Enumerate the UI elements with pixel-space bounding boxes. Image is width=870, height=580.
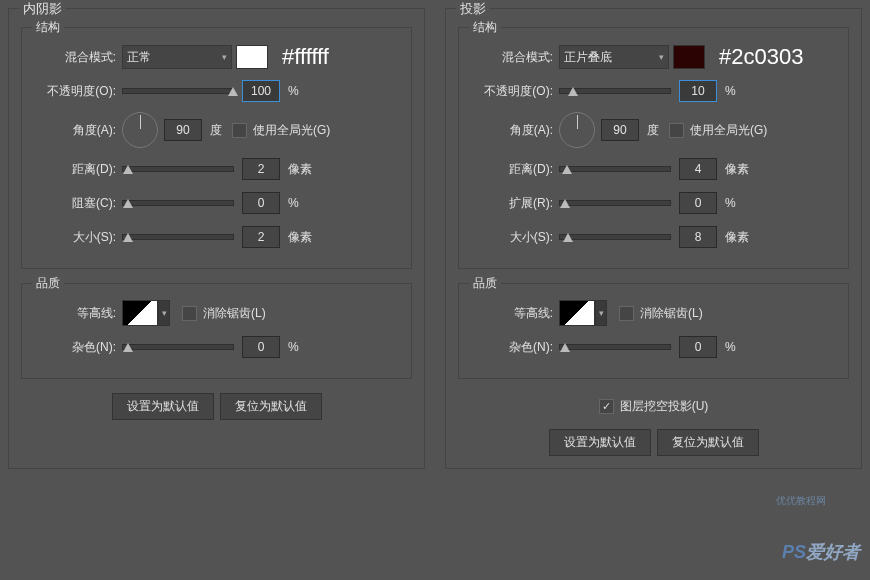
unit-label: 度	[647, 122, 659, 139]
unit-label: 像素	[725, 229, 749, 246]
blend-mode-label: 混合模式:	[471, 49, 559, 66]
knockout-label: 图层挖空投影(U)	[620, 398, 709, 415]
watermark-small: 优优教程网	[776, 494, 826, 508]
size-input[interactable]	[679, 226, 717, 248]
color-annotation: #ffffff	[282, 44, 329, 70]
contour-label: 等高线:	[471, 305, 559, 322]
unit-label: %	[288, 196, 299, 210]
group-title: 品质	[32, 275, 64, 292]
blend-mode-label: 混合模式:	[34, 49, 122, 66]
angle-label: 角度(A):	[471, 122, 559, 139]
make-default-button[interactable]: 设置为默认值	[549, 429, 651, 456]
reset-default-button[interactable]: 复位为默认值	[220, 393, 322, 420]
antialias-checkbox[interactable]	[619, 306, 634, 321]
unit-label: 像素	[288, 161, 312, 178]
blend-mode-select[interactable]: 正常▾	[122, 45, 232, 69]
unit-label: %	[288, 340, 299, 354]
distance-slider[interactable]	[559, 166, 671, 172]
spread-slider[interactable]	[559, 200, 671, 206]
contour-picker[interactable]	[559, 300, 595, 326]
contour-picker[interactable]	[122, 300, 158, 326]
opacity-slider[interactable]	[559, 88, 671, 94]
opacity-label: 不透明度(O):	[34, 83, 122, 100]
global-light-checkbox[interactable]	[232, 123, 247, 138]
make-default-button[interactable]: 设置为默认值	[112, 393, 214, 420]
group-title: 品质	[469, 275, 501, 292]
unit-label: 度	[210, 122, 222, 139]
contour-dropdown[interactable]: ▾	[158, 300, 170, 326]
group-title: 结构	[32, 19, 64, 36]
chevron-down-icon: ▾	[659, 52, 664, 62]
size-slider[interactable]	[559, 234, 671, 240]
color-annotation: #2c0303	[719, 44, 803, 70]
chevron-down-icon: ▾	[222, 52, 227, 62]
spread-input[interactable]	[679, 192, 717, 214]
antialias-label: 消除锯齿(L)	[640, 305, 703, 322]
angle-input[interactable]	[164, 119, 202, 141]
panel-title: 内阴影	[19, 0, 66, 18]
opacity-label: 不透明度(O):	[471, 83, 559, 100]
drop-shadow-panel: 投影 结构 混合模式: 正片叠底▾ #2c0303 不透明度(O): % 角度(…	[445, 8, 862, 469]
opacity-slider[interactable]	[122, 88, 234, 94]
chevron-down-icon: ▾	[599, 308, 604, 318]
reset-default-button[interactable]: 复位为默认值	[657, 429, 759, 456]
global-light-checkbox[interactable]	[669, 123, 684, 138]
choke-input[interactable]	[242, 192, 280, 214]
noise-input[interactable]	[679, 336, 717, 358]
size-slider[interactable]	[122, 234, 234, 240]
unit-label: 像素	[725, 161, 749, 178]
unit-label: %	[725, 84, 736, 98]
angle-dial[interactable]	[122, 112, 158, 148]
panel-title: 投影	[456, 0, 490, 18]
distance-input[interactable]	[242, 158, 280, 180]
unit-label: %	[288, 84, 299, 98]
distance-label: 距离(D):	[471, 161, 559, 178]
distance-label: 距离(D):	[34, 161, 122, 178]
angle-label: 角度(A):	[34, 122, 122, 139]
size-label: 大小(S):	[471, 229, 559, 246]
spread-label: 扩展(R):	[471, 195, 559, 212]
distance-slider[interactable]	[122, 166, 234, 172]
angle-input[interactable]	[601, 119, 639, 141]
watermark-large: PS爱好者	[782, 540, 860, 564]
noise-label: 杂色(N):	[34, 339, 122, 356]
antialias-label: 消除锯齿(L)	[203, 305, 266, 322]
size-label: 大小(S):	[34, 229, 122, 246]
global-light-label: 使用全局光(G)	[253, 122, 330, 139]
antialias-checkbox[interactable]	[182, 306, 197, 321]
angle-dial[interactable]	[559, 112, 595, 148]
noise-input[interactable]	[242, 336, 280, 358]
unit-label: %	[725, 340, 736, 354]
color-swatch[interactable]	[236, 45, 268, 69]
blend-mode-select[interactable]: 正片叠底▾	[559, 45, 669, 69]
contour-dropdown[interactable]: ▾	[595, 300, 607, 326]
contour-label: 等高线:	[34, 305, 122, 322]
knockout-checkbox[interactable]	[599, 399, 614, 414]
chevron-down-icon: ▾	[162, 308, 167, 318]
structure-group: 结构 混合模式: 正片叠底▾ #2c0303 不透明度(O): % 角度(A):…	[458, 27, 849, 269]
unit-label: 像素	[288, 229, 312, 246]
quality-group: 品质 等高线: ▾ 消除锯齿(L) 杂色(N): %	[21, 283, 412, 379]
noise-slider[interactable]	[559, 344, 671, 350]
color-swatch[interactable]	[673, 45, 705, 69]
quality-group: 品质 等高线: ▾ 消除锯齿(L) 杂色(N): %	[458, 283, 849, 379]
unit-label: %	[725, 196, 736, 210]
noise-label: 杂色(N):	[471, 339, 559, 356]
group-title: 结构	[469, 19, 501, 36]
opacity-input[interactable]	[242, 80, 280, 102]
size-input[interactable]	[242, 226, 280, 248]
structure-group: 结构 混合模式: 正常▾ #ffffff 不透明度(O): % 角度(A): 度…	[21, 27, 412, 269]
choke-label: 阻塞(C):	[34, 195, 122, 212]
global-light-label: 使用全局光(G)	[690, 122, 767, 139]
noise-slider[interactable]	[122, 344, 234, 350]
distance-input[interactable]	[679, 158, 717, 180]
choke-slider[interactable]	[122, 200, 234, 206]
inner-shadow-panel: 内阴影 结构 混合模式: 正常▾ #ffffff 不透明度(O): % 角度(A…	[8, 8, 425, 469]
opacity-input[interactable]	[679, 80, 717, 102]
